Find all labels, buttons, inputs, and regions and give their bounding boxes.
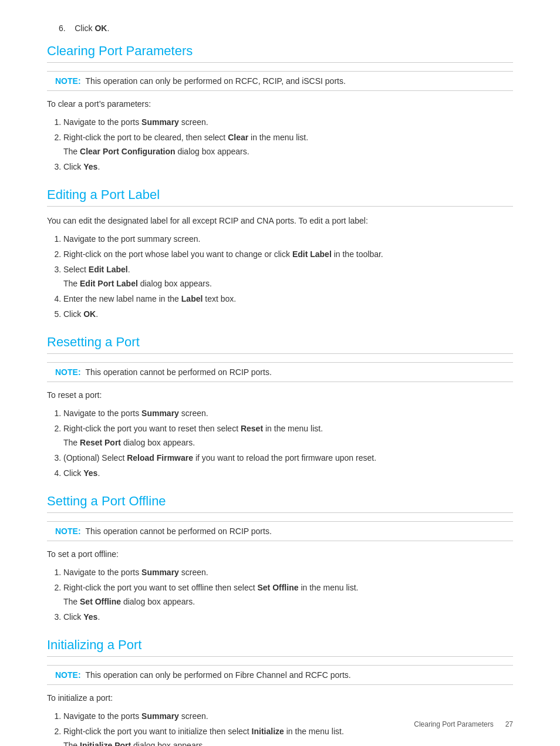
sub-item-clearing-port-parameters-2: The Clear Port Configuration dialog box …	[63, 146, 513, 158]
step-text-clearing-port-parameters-1: Navigate to the ports	[63, 117, 141, 127]
step-item-resetting-a-port-2: Right-click the port you want to reset t…	[63, 423, 513, 449]
section-initializing-a-port: Initializing a PortNOTE:This operation c…	[47, 637, 513, 746]
intro-step6-bold: OK	[95, 23, 107, 33]
sub-bold-resetting-a-port-2: Reset Port	[80, 438, 121, 447]
sub-item-resetting-a-port-2: The Reset Port dialog box appears.	[63, 437, 513, 449]
page-footer: Clearing Port Parameters 27	[414, 720, 513, 728]
steps-list-editing-a-port-label: Navigate to the port summary screen.Righ…	[63, 233, 513, 320]
step-text-setting-a-port-offline-3: Click	[63, 612, 83, 622]
section-title-clearing-port-parameters: Clearing Port Parameters	[47, 43, 513, 59]
section-resetting-a-port: Resetting a PortNOTE:This operation cann…	[47, 335, 513, 480]
step-suffix-resetting-a-port-3: if you want to reload the port firmware …	[193, 453, 376, 463]
section-divider-setting-a-port-offline	[47, 512, 513, 513]
section-title-setting-a-port-offline: Setting a Port Offline	[47, 494, 513, 509]
step-item-resetting-a-port-4: Click Yes.	[63, 467, 513, 480]
section-setting-a-port-offline: Setting a Port OfflineNOTE:This operatio…	[47, 494, 513, 623]
step-suffix-initializing-a-port-1: screen.	[179, 711, 208, 721]
note-text-setting-a-port-offline: This operation cannot be performed on RC…	[86, 526, 272, 536]
section-intro-setting-a-port-offline: To set a port offline:	[47, 548, 513, 561]
step-bold-resetting-a-port-3: Reload Firmware	[127, 453, 193, 463]
step-item-editing-a-port-label-2: Right-click on the port whose label you …	[63, 248, 513, 261]
step-text-resetting-a-port-4: Click	[63, 468, 83, 478]
section-title-editing-a-port-label: Editing a Port Label	[47, 187, 513, 202]
step-suffix-resetting-a-port-2: in the menu list.	[263, 424, 323, 433]
sections-container: Clearing Port ParametersNOTE:This operat…	[47, 43, 513, 746]
step-suffix-setting-a-port-offline-3: .	[97, 612, 100, 622]
step-bold-resetting-a-port-2: Reset	[241, 424, 263, 433]
note-box-clearing-port-parameters: NOTE:This operation can only be performe…	[47, 71, 513, 91]
step-suffix-clearing-port-parameters-1: screen.	[179, 117, 208, 127]
step-item-resetting-a-port-1: Navigate to the ports Summary screen.	[63, 407, 513, 420]
step-suffix-editing-a-port-label-3: .	[128, 265, 130, 274]
steps-list-clearing-port-parameters: Navigate to the ports Summary screen.Rig…	[63, 116, 513, 173]
steps-list-resetting-a-port: Navigate to the ports Summary screen.Rig…	[63, 407, 513, 480]
step-bold-editing-a-port-label-2: Edit Label	[292, 249, 332, 259]
step-bold-resetting-a-port-4: Yes	[83, 468, 97, 478]
step-item-clearing-port-parameters-3: Click Yes.	[63, 161, 513, 173]
step-suffix-clearing-port-parameters-2: in the menu list.	[248, 133, 308, 142]
step-suffix-editing-a-port-label-5: .	[96, 309, 98, 319]
section-clearing-port-parameters: Clearing Port ParametersNOTE:This operat…	[47, 43, 513, 173]
note-text-clearing-port-parameters: This operation can only be performed on …	[86, 76, 346, 86]
sub-bold-setting-a-port-offline-2: Set Offline	[80, 597, 121, 606]
note-label-setting-a-port-offline: NOTE:	[55, 526, 81, 536]
step-bold-clearing-port-parameters-2: Clear	[228, 133, 248, 142]
step-text-resetting-a-port-1: Navigate to the ports	[63, 409, 141, 418]
step-suffix-editing-a-port-label-4: text box.	[203, 294, 236, 303]
footer-page-number: 27	[505, 720, 513, 728]
section-divider-resetting-a-port	[47, 353, 513, 354]
step-bold-initializing-a-port-2: Initialize	[252, 727, 284, 736]
step-bold-editing-a-port-label-5: OK	[83, 309, 96, 319]
step-suffix-resetting-a-port-4: .	[97, 468, 100, 478]
step-text-editing-a-port-label-4: Enter the new label name in the	[63, 294, 181, 303]
step-text-initializing-a-port-1: Navigate to the ports	[63, 711, 141, 721]
step-item-clearing-port-parameters-1: Navigate to the ports Summary screen.	[63, 116, 513, 129]
step-suffix-editing-a-port-label-2: in the toolbar.	[332, 249, 383, 259]
step-text-resetting-a-port-3: (Optional) Select	[63, 453, 127, 463]
step-bold-editing-a-port-label-3: Edit Label	[89, 265, 128, 274]
step-item-setting-a-port-offline-2: Right-click the port you want to set off…	[63, 582, 513, 608]
step-bold-setting-a-port-offline-3: Yes	[83, 612, 97, 622]
section-divider-editing-a-port-label	[47, 206, 513, 207]
note-box-setting-a-port-offline: NOTE:This operation cannot be performed …	[47, 521, 513, 541]
note-label-clearing-port-parameters: NOTE:	[55, 76, 81, 86]
section-intro-clearing-port-parameters: To clear a port’s parameters:	[47, 98, 513, 110]
step-bold-setting-a-port-offline-1: Summary	[141, 568, 179, 577]
step-suffix-setting-a-port-offline-1: screen.	[179, 568, 208, 577]
sub-bold-editing-a-port-label-3: Edit Port Label	[80, 279, 138, 288]
step-bold-initializing-a-port-1: Summary	[141, 711, 179, 721]
step-bold-resetting-a-port-1: Summary	[141, 409, 179, 418]
footer-section-label: Clearing Port Parameters	[414, 720, 493, 728]
intro-step6: 6. Click OK.	[47, 23, 513, 33]
step-bold-clearing-port-parameters-3: Yes	[83, 162, 97, 171]
step-item-editing-a-port-label-4: Enter the new label name in the Label te…	[63, 293, 513, 305]
section-intro-initializing-a-port: To initialize a port:	[47, 692, 513, 704]
step-text-resetting-a-port-2: Right-click the port you want to reset t…	[63, 424, 241, 433]
step-suffix-setting-a-port-offline-2: in the menu list.	[299, 583, 359, 592]
sub-bold-initializing-a-port-2: Initialize Port	[80, 741, 131, 746]
sub-bold-clearing-port-parameters-2: Clear Port Configuration	[80, 147, 176, 156]
step-item-clearing-port-parameters-2: Right-click the port to be cleared, then…	[63, 131, 513, 158]
step-suffix-resetting-a-port-1: screen.	[179, 409, 208, 418]
section-intro-editing-a-port-label: You can edit the designated label for al…	[47, 215, 513, 227]
step-bold-editing-a-port-label-4: Label	[181, 294, 203, 303]
step-suffix-initializing-a-port-2: in the menu list.	[284, 727, 344, 736]
step-suffix-clearing-port-parameters-3: .	[97, 162, 100, 171]
note-label-initializing-a-port: NOTE:	[55, 670, 81, 680]
section-title-resetting-a-port: Resetting a Port	[47, 335, 513, 350]
section-divider-initializing-a-port	[47, 656, 513, 657]
step-text-setting-a-port-offline-1: Navigate to the ports	[63, 568, 141, 577]
note-box-initializing-a-port: NOTE:This operation can only be performe…	[47, 665, 513, 685]
step-text-editing-a-port-label-5: Click	[63, 309, 83, 319]
note-box-resetting-a-port: NOTE:This operation cannot be performed …	[47, 362, 513, 382]
step-text-editing-a-port-label-3: Select	[63, 265, 89, 274]
step-text-initializing-a-port-2: Right-click the port you want to initial…	[63, 727, 252, 736]
step-item-setting-a-port-offline-1: Navigate to the ports Summary screen.	[63, 566, 513, 579]
step-item-editing-a-port-label-1: Navigate to the port summary screen.	[63, 233, 513, 245]
sub-item-initializing-a-port-2: The Initialize Port dialog box appears.	[63, 740, 513, 746]
step-item-editing-a-port-label-3: Select Edit Label.The Edit Port Label di…	[63, 264, 513, 290]
step-text-clearing-port-parameters-3: Click	[63, 162, 83, 171]
step-item-setting-a-port-offline-3: Click Yes.	[63, 611, 513, 623]
sub-item-editing-a-port-label-3: The Edit Port Label dialog box appears.	[63, 278, 513, 290]
note-text-resetting-a-port: This operation cannot be performed on RC…	[86, 367, 272, 377]
